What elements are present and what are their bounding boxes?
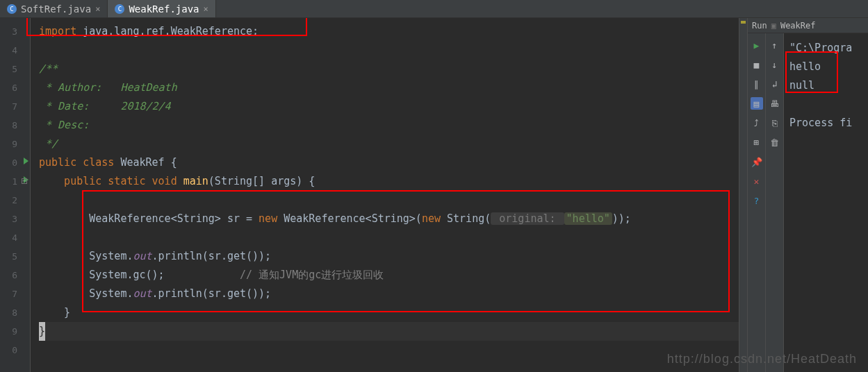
exit-button[interactable]: ⤴ xyxy=(751,117,763,129)
line-number: 4 xyxy=(0,41,30,60)
run-toolbar-right: ↑ ↓ ↲ 🖶 ⎘ 🗑 xyxy=(766,33,784,372)
code-line: * Date: 2018/2/4 xyxy=(39,97,739,116)
run-toolbar-left: ▶ ■ ∥ ▤ ⤴ ⊞ 📌 ✕ ? xyxy=(748,33,766,372)
line-number: 4 xyxy=(0,228,30,247)
line-number: 0 xyxy=(0,341,30,360)
rerun-button[interactable]: ▶ xyxy=(751,39,763,51)
wrap-button[interactable]: ↲ xyxy=(769,78,781,90)
line-number: 6 xyxy=(0,266,30,285)
run-body: ▶ ■ ∥ ▤ ⤴ ⊞ 📌 ✕ ? ↑ ↓ ↲ 🖶 ⎘ 🗑 "C:\Progra xyxy=(748,33,868,372)
run-config-name: WeakRef xyxy=(780,21,816,31)
line-number: 9 xyxy=(0,322,30,341)
code-line: WeakReference<String> sr = new WeakRefer… xyxy=(39,210,739,228)
code-line: } xyxy=(39,322,739,341)
code-line: */ xyxy=(39,135,739,153)
console-output[interactable]: "C:\Progra hello null Process fi xyxy=(784,33,868,372)
line-number: 8 xyxy=(0,116,30,135)
console-line: hello xyxy=(789,58,862,76)
line-number: 6 xyxy=(0,78,30,97)
console-line xyxy=(789,95,862,114)
help-button[interactable]: ? xyxy=(751,194,763,207)
line-number: 9 xyxy=(0,135,30,153)
close-icon[interactable]: × xyxy=(204,4,208,14)
code-line xyxy=(39,191,739,210)
pin-button[interactable]: 📌 xyxy=(751,155,763,168)
main-split: 3 4 5 6 7 8 9 0 1− 2 3 4 5 6 7 8 9 0 imp… xyxy=(0,18,868,372)
up-button[interactable]: ↑ xyxy=(769,39,781,51)
down-button[interactable]: ↓ xyxy=(769,58,781,71)
close-button[interactable]: ✕ xyxy=(751,175,763,187)
line-number: 2 xyxy=(0,191,30,210)
watermark: http://blog.csdn.net/HeatDeath xyxy=(667,352,857,366)
line-number: 3 xyxy=(0,210,30,228)
line-number: 3 xyxy=(0,22,30,41)
pause-button[interactable]: ∥ xyxy=(751,78,763,90)
java-class-icon: C xyxy=(115,4,124,14)
console-line: null xyxy=(789,76,862,95)
tab-label: WeakRef.java xyxy=(129,3,199,15)
run-tool-window: Run ▣ WeakRef ▶ ■ ∥ ▤ ⤴ ⊞ 📌 ✕ ? ↑ ↓ ↲ 🖶 … xyxy=(747,18,868,372)
tab-weakref[interactable]: C WeakRef.java × xyxy=(108,0,215,17)
code-line: public static void main(String[] args) { xyxy=(39,172,739,191)
print-button[interactable]: 🖶 xyxy=(769,97,781,110)
line-number: 7 xyxy=(0,285,30,303)
line-number: 8 xyxy=(0,303,30,322)
fold-icon[interactable]: − xyxy=(22,178,27,184)
console-line: Process fi xyxy=(789,114,862,133)
warning-marker[interactable] xyxy=(741,21,746,24)
line-number: 1− xyxy=(0,172,30,191)
line-number: 0 xyxy=(0,153,30,172)
line-number: 5 xyxy=(0,247,30,266)
parameter-hint: original: xyxy=(491,212,564,225)
code-line: public class WeakRef { xyxy=(39,153,739,172)
run-title: Run xyxy=(752,21,767,31)
line-number: 7 xyxy=(0,97,30,116)
stop-button[interactable]: ■ xyxy=(751,58,763,71)
close-icon[interactable]: × xyxy=(95,4,100,14)
layout-button[interactable]: ▤ xyxy=(751,97,763,110)
console-line: "C:\Progra xyxy=(789,39,862,58)
code-line: import java.lang.ref.WeakReference; xyxy=(39,22,739,41)
gutter: 3 4 5 6 7 8 9 0 1− 2 3 4 5 6 7 8 9 0 xyxy=(0,18,31,372)
line-number: 5 xyxy=(0,60,30,78)
tab-softref[interactable]: C SoftRef.java × xyxy=(0,0,108,17)
code-line xyxy=(39,228,739,247)
code-line: System.out.println(sr.get()); xyxy=(39,285,739,303)
java-class-icon: C xyxy=(7,4,17,14)
code-line: } xyxy=(39,303,739,322)
editor-pane: 3 4 5 6 7 8 9 0 1− 2 3 4 5 6 7 8 9 0 imp… xyxy=(0,18,747,372)
code-line xyxy=(39,341,739,360)
dump-button[interactable]: ⊞ xyxy=(751,136,763,149)
editor-scrollbar[interactable] xyxy=(739,18,747,372)
clear-button[interactable]: 🗑 xyxy=(769,136,781,149)
code-line: System.out.println(sr.get()); xyxy=(39,247,739,266)
code-line xyxy=(39,41,739,60)
code-editor[interactable]: import java.lang.ref.WeakReference; /** … xyxy=(31,18,739,372)
code-line: System.gc(); // 通知JVM的gc进行垃圾回收 xyxy=(39,266,739,285)
code-line: * Author: HeatDeath xyxy=(39,78,739,97)
pin-icon[interactable]: ▣ xyxy=(771,21,776,31)
code-line: /** xyxy=(39,60,739,78)
caret: } xyxy=(39,322,45,341)
code-line: * Desc: xyxy=(39,116,739,135)
run-header: Run ▣ WeakRef xyxy=(748,18,868,33)
run-gutter-icon[interactable] xyxy=(24,158,28,164)
filter-button[interactable]: ⎘ xyxy=(769,117,781,129)
tab-label: SoftRef.java xyxy=(21,3,91,15)
editor-tabs: C SoftRef.java × C WeakRef.java × xyxy=(0,0,868,18)
